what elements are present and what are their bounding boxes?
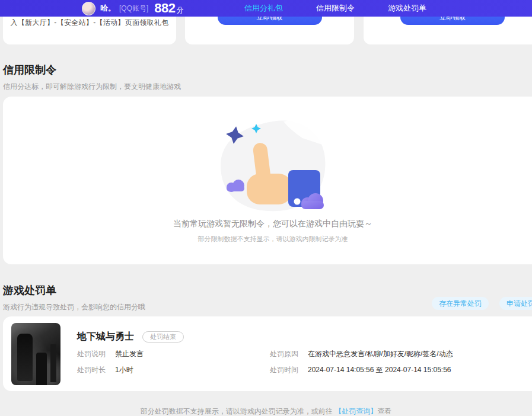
nav-credit-gift[interactable]: 信用分礼包 <box>244 3 283 14</box>
user-summary: 哈。 [QQ账号] 882 分 <box>82 1 184 16</box>
penalty-action-buttons: 存在异常处罚 申请处罚减免 <box>432 297 532 310</box>
footer-text-after: 查看 <box>377 407 391 415</box>
user-avatar <box>82 2 95 15</box>
penalty-title: 游戏处罚单 <box>3 283 145 297</box>
restriction-empty-title: 当前常玩游戏暂无限制令，您可以在游戏中自由玩耍～ <box>3 219 532 229</box>
penalty-field-time: 处罚时间 2024-07-14 14:05:56 至 2024-07-14 15… <box>270 365 516 375</box>
top-header-bar: 哈。 [QQ账号] 882 分 信用分礼包 信用限制令 游戏处罚单 <box>0 0 532 17</box>
nav-game-penalty[interactable]: 游戏处罚单 <box>388 3 426 14</box>
credit-score: 882 <box>154 1 175 16</box>
penalty-relief-button[interactable]: 申请处罚减免 <box>499 297 532 310</box>
gift-card-tip: 入【新大厅】-【安全站】-【活动】页面领取礼包 <box>3 18 176 28</box>
game-thumbnail <box>11 323 60 385</box>
restriction-section-header: 信用限制令 信用分达标，即可解除游戏行为限制，要文明健康地游戏 <box>3 63 181 92</box>
penalty-status-badge: 处罚结束 <box>142 331 184 343</box>
account-type-label: [QQ账号] <box>119 4 148 14</box>
penalty-field-reason: 处罚原因 在游戏中恶意发言/私聊/加好友/昵称/签名/动态 <box>270 349 516 359</box>
penalty-fields: 处罚说明 禁止发言 处罚原因 在游戏中恶意发言/私聊/加好友/昵称/签名/动态 … <box>77 349 516 375</box>
header-nav: 信用分礼包 信用限制令 游戏处罚单 <box>244 0 426 17</box>
game-name: 地下城与勇士 <box>77 331 134 343</box>
credit-score-unit: 分 <box>177 5 184 15</box>
nav-credit-restriction[interactable]: 信用限制令 <box>316 3 355 14</box>
restriction-empty-note: 部分限制数据不支持显示，请以游戏内限制记录为准 <box>3 235 532 244</box>
penalty-field-duration: 处罚时长 1小时 <box>77 365 270 375</box>
penalty-section-header: 游戏处罚单 游戏行为违规导致处罚，会影响您的信用分哦 <box>3 283 145 312</box>
thumbs-up-illustration <box>214 116 332 215</box>
penalty-record-title-row: 地下城与勇士 处罚结束 <box>77 331 184 343</box>
penalty-field-desc: 处罚说明 禁止发言 <box>77 349 270 359</box>
restriction-subtitle: 信用分达标，即可解除游戏行为限制，要文明健康地游戏 <box>3 82 181 92</box>
restriction-title: 信用限制令 <box>3 63 181 77</box>
footer-note: 部分处罚数据不支持展示，请以游戏内处罚记录为准，或前往 【处罚查询】查看 <box>0 407 532 416</box>
penalty-subtitle: 游戏行为违规导致处罚，会影响您的信用分哦 <box>3 302 145 312</box>
abnormal-penalty-button[interactable]: 存在异常处罚 <box>432 297 489 310</box>
penalty-record-card: 地下城与勇士 处罚结束 处罚说明 禁止发言 处罚原因 在游戏中恶意发言/私聊/加… <box>3 316 532 391</box>
restriction-empty-card: 当前常玩游戏暂无限制令，您可以在游戏中自由玩耍～ 部分限制数据不支持显示，请以游… <box>3 97 532 264</box>
penalty-query-link[interactable]: 【处罚查询】 <box>335 407 377 415</box>
footer-text-before: 部分处罚数据不支持展示，请以游戏内处罚记录为准，或前往 <box>141 407 335 415</box>
user-nickname: 哈。 <box>100 3 116 14</box>
